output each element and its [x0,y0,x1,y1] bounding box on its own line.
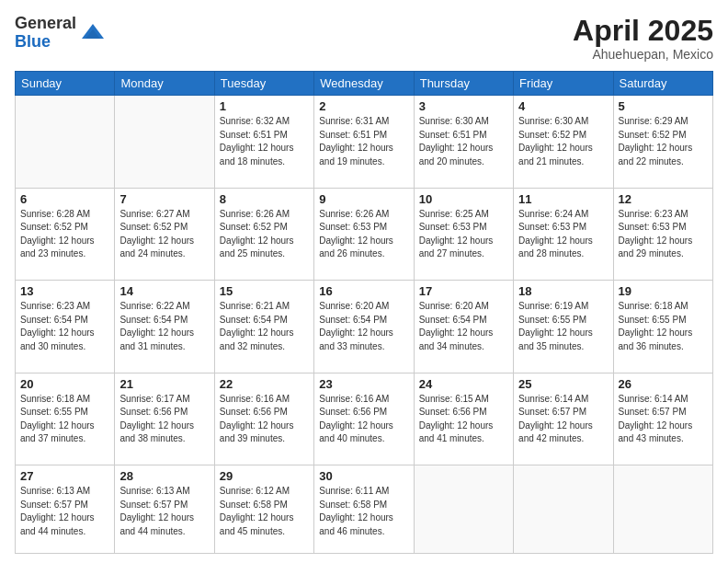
cell-info: Sunrise: 6:18 AM Sunset: 6:55 PM Dayligh… [20,393,109,446]
table-row: 29Sunrise: 6:12 AM Sunset: 6:58 PM Dayli… [214,465,313,554]
month-title: April 2025 [573,15,713,47]
table-row: 25Sunrise: 6:14 AM Sunset: 6:57 PM Dayli… [514,373,613,465]
table-row: 11Sunrise: 6:24 AM Sunset: 6:53 PM Dayli… [514,188,613,280]
day-number: 14 [119,284,209,298]
table-row: 12Sunrise: 6:23 AM Sunset: 6:53 PM Dayli… [613,188,712,280]
header: General Blue April 2025 Ahuehuepan, Mexi… [15,15,713,62]
table-row: 10Sunrise: 6:25 AM Sunset: 6:53 PM Dayli… [414,188,513,280]
table-row: 28Sunrise: 6:13 AM Sunset: 6:57 PM Dayli… [115,465,214,554]
day-number: 1 [220,99,309,113]
day-number: 24 [419,377,508,391]
table-row: 17Sunrise: 6:20 AM Sunset: 6:54 PM Dayli… [414,281,513,373]
table-row: 16Sunrise: 6:20 AM Sunset: 6:54 PM Dayli… [314,281,414,373]
table-row: 27Sunrise: 6:13 AM Sunset: 6:57 PM Dayli… [16,465,115,554]
days-header-row: Sunday Monday Tuesday Wednesday Thursday… [16,72,713,96]
table-row: 2Sunrise: 6:31 AM Sunset: 6:51 PM Daylig… [314,96,414,188]
day-number: 19 [619,284,708,298]
cell-info: Sunrise: 6:29 AM Sunset: 6:52 PM Dayligh… [619,115,708,168]
cell-info: Sunrise: 6:26 AM Sunset: 6:52 PM Dayligh… [220,208,309,261]
day-number: 5 [619,99,708,113]
cell-info: Sunrise: 6:27 AM Sunset: 6:52 PM Dayligh… [119,208,209,261]
day-number: 28 [119,469,209,483]
cell-info: Sunrise: 6:23 AM Sunset: 6:53 PM Dayligh… [619,208,708,261]
day-number: 30 [319,469,408,483]
table-row: 26Sunrise: 6:14 AM Sunset: 6:57 PM Dayli… [613,373,712,465]
table-row: 8Sunrise: 6:26 AM Sunset: 6:52 PM Daylig… [214,188,313,280]
logo-general: General [15,15,76,33]
day-number: 27 [20,469,109,483]
table-row [514,465,613,554]
day-number: 12 [619,192,708,206]
day-number: 23 [319,377,408,391]
table-row: 30Sunrise: 6:11 AM Sunset: 6:58 PM Dayli… [314,465,414,554]
table-row [414,465,513,554]
header-saturday: Saturday [613,72,712,96]
cell-info: Sunrise: 6:24 AM Sunset: 6:53 PM Dayligh… [518,208,608,261]
cell-info: Sunrise: 6:17 AM Sunset: 6:56 PM Dayligh… [119,393,209,446]
day-number: 3 [419,99,508,113]
header-thursday: Thursday [414,72,513,96]
cell-info: Sunrise: 6:32 AM Sunset: 6:51 PM Dayligh… [220,115,309,168]
table-row: 13Sunrise: 6:23 AM Sunset: 6:54 PM Dayli… [16,281,115,373]
page: General Blue April 2025 Ahuehuepan, Mexi… [0,0,728,563]
table-row: 20Sunrise: 6:18 AM Sunset: 6:55 PM Dayli… [16,373,115,465]
table-row: 1Sunrise: 6:32 AM Sunset: 6:51 PM Daylig… [214,96,313,188]
table-row: 24Sunrise: 6:15 AM Sunset: 6:56 PM Dayli… [414,373,513,465]
cell-info: Sunrise: 6:23 AM Sunset: 6:54 PM Dayligh… [20,300,109,353]
header-sunday: Sunday [16,72,115,96]
cell-info: Sunrise: 6:31 AM Sunset: 6:51 PM Dayligh… [319,115,408,168]
cell-info: Sunrise: 6:16 AM Sunset: 6:56 PM Dayligh… [220,393,309,446]
table-row: 5Sunrise: 6:29 AM Sunset: 6:52 PM Daylig… [613,96,712,188]
header-tuesday: Tuesday [214,72,313,96]
day-number: 7 [119,192,209,206]
table-row: 6Sunrise: 6:28 AM Sunset: 6:52 PM Daylig… [16,188,115,280]
day-number: 11 [518,192,608,206]
day-number: 2 [319,99,408,113]
table-row: 15Sunrise: 6:21 AM Sunset: 6:54 PM Dayli… [214,281,313,373]
location: Ahuehuepan, Mexico [573,47,713,62]
day-number: 17 [419,284,508,298]
table-row: 4Sunrise: 6:30 AM Sunset: 6:52 PM Daylig… [514,96,613,188]
table-row [115,96,214,188]
table-row: 23Sunrise: 6:16 AM Sunset: 6:56 PM Dayli… [314,373,414,465]
day-number: 9 [319,192,408,206]
cell-info: Sunrise: 6:14 AM Sunset: 6:57 PM Dayligh… [619,393,708,446]
cell-info: Sunrise: 6:30 AM Sunset: 6:52 PM Dayligh… [518,115,608,168]
cell-info: Sunrise: 6:25 AM Sunset: 6:53 PM Dayligh… [419,208,508,261]
cell-info: Sunrise: 6:20 AM Sunset: 6:54 PM Dayligh… [319,300,408,353]
cell-info: Sunrise: 6:13 AM Sunset: 6:57 PM Dayligh… [20,485,109,538]
day-number: 6 [20,192,109,206]
cell-info: Sunrise: 6:12 AM Sunset: 6:58 PM Dayligh… [220,485,309,538]
cell-info: Sunrise: 6:20 AM Sunset: 6:54 PM Dayligh… [419,300,508,353]
day-number: 4 [518,99,608,113]
table-row: 7Sunrise: 6:27 AM Sunset: 6:52 PM Daylig… [115,188,214,280]
table-row: 18Sunrise: 6:19 AM Sunset: 6:55 PM Dayli… [514,281,613,373]
header-wednesday: Wednesday [314,72,414,96]
cell-info: Sunrise: 6:28 AM Sunset: 6:52 PM Dayligh… [20,208,109,261]
table-row: 21Sunrise: 6:17 AM Sunset: 6:56 PM Dayli… [115,373,214,465]
day-number: 26 [619,377,708,391]
table-row: 3Sunrise: 6:30 AM Sunset: 6:51 PM Daylig… [414,96,513,188]
logo-blue: Blue [15,33,76,52]
table-row [16,96,115,188]
table-row: 19Sunrise: 6:18 AM Sunset: 6:55 PM Dayli… [613,281,712,373]
table-row [613,465,712,554]
cell-info: Sunrise: 6:14 AM Sunset: 6:57 PM Dayligh… [518,393,608,446]
day-number: 21 [119,377,209,391]
cell-info: Sunrise: 6:11 AM Sunset: 6:58 PM Dayligh… [319,485,408,538]
day-number: 10 [419,192,508,206]
day-number: 13 [20,284,109,298]
day-number: 18 [518,284,608,298]
logo-icon [80,20,106,46]
day-number: 16 [319,284,408,298]
day-number: 8 [220,192,309,206]
cell-info: Sunrise: 6:19 AM Sunset: 6:55 PM Dayligh… [518,300,608,353]
cell-info: Sunrise: 6:16 AM Sunset: 6:56 PM Dayligh… [319,393,408,446]
cell-info: Sunrise: 6:22 AM Sunset: 6:54 PM Dayligh… [119,300,209,353]
day-number: 22 [220,377,309,391]
day-number: 25 [518,377,608,391]
header-friday: Friday [514,72,613,96]
day-number: 15 [220,284,309,298]
header-monday: Monday [115,72,214,96]
calendar-table: Sunday Monday Tuesday Wednesday Thursday… [15,71,713,554]
